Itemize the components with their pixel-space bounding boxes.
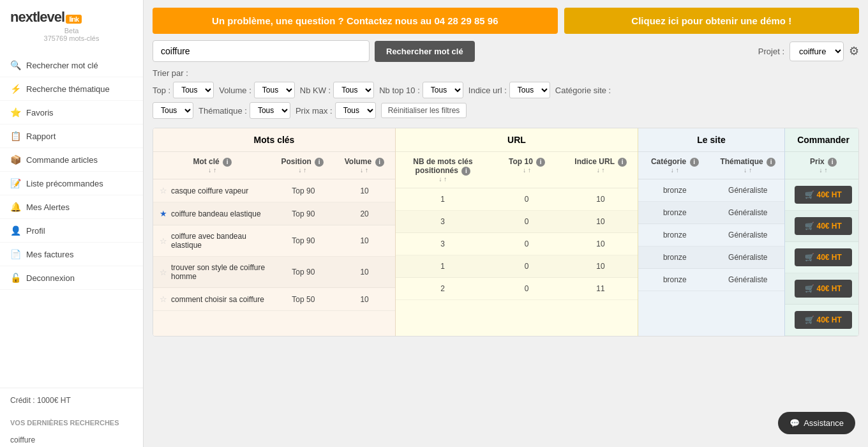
sidebar-label-profil: Profil: [26, 226, 45, 236]
tous-select[interactable]: Tous: [153, 102, 193, 119]
keyword-cell-2: ★ coiffure bandeau elastique: [153, 202, 273, 225]
sidebar-label-thematic: Recherche thématique: [26, 84, 110, 94]
buy-button-2[interactable]: 🛒 40€ HT: [795, 217, 852, 235]
nb-top10-select[interactable]: Tous: [423, 82, 463, 98]
buy-button-5[interactable]: 🛒 40€ HT: [795, 311, 852, 329]
assistance-label: Assistance: [804, 418, 844, 428]
sidebar: nextlevellink Beta 375769 mots-clés 🔍 Re…: [0, 0, 144, 447]
reset-button[interactable]: Réinitialiser les filtres: [381, 103, 467, 118]
categorie-cell-3: bronze: [638, 224, 712, 246]
site-header: Le site: [638, 128, 784, 152]
sort-categorie[interactable]: ↓ ↑: [641, 167, 709, 174]
sidebar-label-alertes: Mes Alertes: [26, 202, 70, 212]
top10-cell-1: 0: [490, 188, 564, 211]
buy-button-3[interactable]: 🛒 40€ HT: [795, 248, 852, 266]
top-select[interactable]: Tous: [173, 82, 214, 98]
filters-section: Trier par : Top : Tous Volume : Tous Nb …: [144, 68, 868, 128]
fav-star-5[interactable]: ☆: [160, 294, 167, 304]
gear-icon[interactable]: ⚙: [849, 44, 859, 58]
col-top10: Top 10 i ↓ ↑: [490, 152, 564, 188]
sidebar-label-rapport: Rapport: [26, 132, 56, 141]
list-icon: 📝: [10, 178, 21, 188]
search-button[interactable]: Rechercher mot clé: [375, 41, 475, 62]
trier-label: Trier par :: [153, 68, 859, 78]
nb-kw-select[interactable]: Tous: [333, 82, 374, 98]
filter-categorie-site: Catégorie site :: [555, 86, 611, 95]
thematique-select[interactable]: Tous: [250, 102, 290, 119]
sort-position[interactable]: ↓ ↑: [274, 167, 331, 174]
info-volume-icon[interactable]: i: [375, 158, 384, 167]
thematique-cell-3: Généraliste: [712, 224, 785, 246]
volume-select[interactable]: Tous: [254, 82, 295, 98]
filter-nb-top10: Nb top 10 : Tous: [379, 82, 463, 98]
sidebar-item-alertes[interactable]: 🔔 Mes Alertes: [0, 195, 143, 219]
table-row: 3 0 10: [396, 233, 638, 255]
indice-url-select[interactable]: Tous: [509, 82, 550, 98]
commander-header: Commander: [785, 128, 859, 152]
info-top10-icon[interactable]: i: [536, 158, 545, 167]
sort-indice[interactable]: ↓ ↑: [566, 167, 635, 174]
table-row: bronze Généraliste: [638, 179, 784, 202]
volume-cell-4: 10: [334, 257, 395, 288]
section-commander: Commander Prix i ↓ ↑ 🛒 40€ HT 🛒 40€ HT: [785, 128, 859, 336]
section-site: Le site Catégorie i ↓ ↑ Thématique i ↓ ↑…: [638, 128, 785, 336]
prix-cell-1: 🛒 40€ HT: [785, 179, 859, 211]
sort-volume[interactable]: ↓ ↑: [336, 167, 393, 174]
box-icon: 📦: [10, 155, 21, 165]
sort-top10[interactable]: ↓ ↑: [493, 167, 562, 174]
sidebar-item-commande[interactable]: 📦 Commande articles: [0, 148, 143, 172]
search-input[interactable]: [153, 40, 370, 62]
nb-cell-1: 1: [396, 188, 490, 211]
recent-coiffure[interactable]: coiffure: [0, 433, 143, 447]
sidebar-item-factures[interactable]: 📄 Mes factures: [0, 243, 143, 266]
buy-button-1[interactable]: 🛒 40€ HT: [795, 186, 852, 204]
info-position-icon[interactable]: i: [315, 158, 324, 167]
sidebar-item-search[interactable]: 🔍 Rechercher mot clé: [0, 54, 143, 77]
volume-cell-2: 20: [334, 202, 395, 225]
table-row: 🛒 40€ HT: [785, 273, 859, 305]
keyword-text-3: coiffure avec bandeau elastique: [171, 232, 267, 250]
sidebar-item-thematic[interactable]: ⚡ Recherche thématique: [0, 77, 143, 101]
info-prix-icon[interactable]: i: [828, 158, 837, 167]
project-select[interactable]: coiffure: [789, 42, 844, 61]
info-nb-icon[interactable]: i: [461, 167, 470, 176]
sort-mot-cle[interactable]: ↓ ↑: [156, 167, 269, 174]
filter-prix-max: Prix max : Tous: [296, 102, 376, 119]
fav-star-3[interactable]: ☆: [160, 236, 167, 246]
categorie-site-label: Catégorie site :: [555, 86, 611, 95]
assistance-button[interactable]: 💬 Assistance: [778, 412, 855, 434]
sidebar-label-deconnexion: Deconnexion: [26, 273, 75, 283]
fav-star-4[interactable]: ☆: [160, 268, 167, 277]
categorie-cell-5: bronze: [638, 269, 712, 291]
nb-cell-2: 3: [396, 211, 490, 233]
fav-star-1[interactable]: ☆: [160, 186, 167, 195]
logo: nextlevellink Beta 375769 mots-clés: [0, 0, 143, 47]
demo-banner[interactable]: Cliquez ici pour obtenir une démo !: [564, 8, 859, 34]
prix-max-select[interactable]: Tous: [335, 102, 376, 119]
sort-nb[interactable]: ↓ ↑: [398, 176, 488, 183]
section-mots-cles: Mots clés Mot clé i ↓ ↑ Position i ↓ ↑ V…: [153, 128, 396, 336]
info-indice-icon[interactable]: i: [618, 158, 627, 167]
position-cell-4: Top 90: [273, 257, 334, 288]
fav-star-2[interactable]: ★: [160, 209, 167, 218]
info-mot-cle-icon[interactable]: i: [223, 158, 232, 167]
info-thematique-icon[interactable]: i: [767, 158, 775, 167]
sidebar-item-favoris[interactable]: ⭐ Favoris: [0, 101, 143, 125]
sort-thematique[interactable]: ↓ ↑: [714, 167, 782, 174]
sidebar-label-precommandes: Liste précommandes: [26, 179, 103, 188]
buy-button-4[interactable]: 🛒 40€ HT: [795, 280, 852, 298]
mots-cles-header: Mots clés: [153, 128, 395, 152]
info-categorie-icon[interactable]: i: [690, 158, 699, 167]
main-content: Un problème, une question ? Contactez no…: [144, 0, 868, 447]
col-nb-mots-cles: NB de mots clés positionnés i ↓ ↑: [396, 152, 490, 188]
sort-prix[interactable]: ↓ ↑: [788, 167, 859, 174]
prix-cell-5: 🛒 40€ HT: [785, 305, 859, 336]
contact-banner[interactable]: Un problème, une question ? Contactez no…: [153, 8, 558, 34]
sidebar-item-deconnexion[interactable]: 🔓 Deconnexion: [0, 266, 143, 290]
project-label: Projet :: [758, 47, 784, 56]
thematique-cell-5: Généraliste: [712, 269, 785, 291]
sidebar-item-rapport[interactable]: 📋 Rapport: [0, 125, 143, 148]
logout-icon: 🔓: [10, 273, 21, 283]
sidebar-item-profil[interactable]: 👤 Profil: [0, 219, 143, 243]
sidebar-item-precommandes[interactable]: 📝 Liste précommandes: [0, 172, 143, 195]
